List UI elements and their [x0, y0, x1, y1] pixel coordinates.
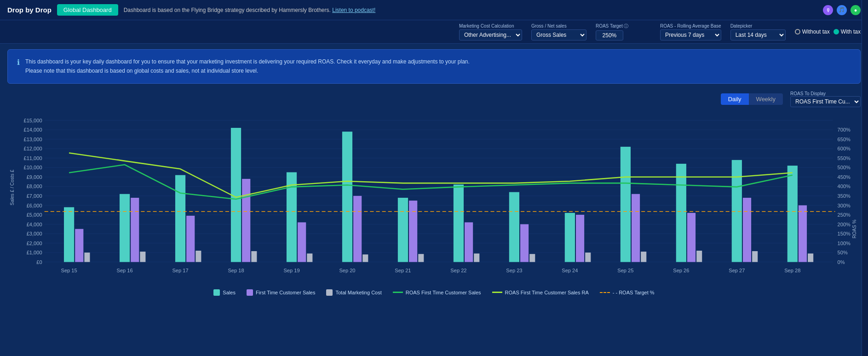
with-tax-option[interactable]: With tax: [834, 29, 861, 35]
svg-text:ROAS %: ROAS %: [852, 219, 857, 238]
daily-button[interactable]: Daily: [721, 93, 749, 105]
info-line1: This dashboard is your key daily dashboa…: [25, 57, 470, 66]
chart-svg: £0 £1,000 £2,000 £3,000 £4,000 £5,000 £6…: [7, 111, 861, 286]
svg-text:Sep 17: Sep 17: [172, 268, 188, 273]
svg-text:Sep 20: Sep 20: [339, 268, 355, 273]
bar-sales-13: [788, 166, 798, 262]
tax-toggle: Without tax With tax: [795, 29, 861, 35]
gross-net-label: Gross / Net sales: [531, 23, 586, 29]
podcast-icon-green[interactable]: ●: [851, 5, 861, 15]
marketing-cost-label: Marketing Cost Calculation: [459, 23, 522, 29]
svg-text:£1,000: £1,000: [27, 250, 42, 255]
svg-text:£5,000: £5,000: [27, 212, 42, 218]
bar-cost-9: [585, 253, 591, 262]
legend-sales: Sales: [213, 289, 236, 296]
podcast-icon-blue[interactable]: 🎵: [837, 5, 847, 15]
datepicker-select[interactable]: Last 14 days: [730, 29, 786, 40]
svg-text:£0: £0: [36, 259, 42, 264]
svg-text:Sep 23: Sep 23: [506, 268, 522, 273]
legend-roas-ra-label: ROAS First Time Customer Sales RA: [505, 290, 589, 295]
svg-text:0%: 0%: [838, 259, 845, 264]
bar-cost-8: [529, 254, 535, 262]
bar-sales-2: [175, 175, 185, 262]
svg-text:Sep 16: Sep 16: [116, 268, 132, 273]
legend-ftc-label: First Time Customer Sales: [256, 290, 316, 295]
svg-text:350%: 350%: [838, 193, 851, 199]
bar-cost-3: [251, 251, 257, 262]
svg-text:£6,000: £6,000: [27, 202, 42, 208]
info-line2: Please note that this dashboard is based…: [25, 66, 470, 75]
bar-cost-7: [474, 253, 479, 262]
bar-ftc-3: [242, 179, 250, 262]
legend-ftc-icon: [247, 289, 253, 296]
svg-text:£9,000: £9,000: [27, 174, 42, 180]
svg-text:600%: 600%: [838, 146, 851, 151]
bar-ftc-7: [465, 222, 473, 262]
svg-text:£3,000: £3,000: [27, 231, 42, 236]
without-tax-label: Without tax: [802, 29, 830, 35]
legend-roas-target-icon: [600, 292, 610, 293]
svg-text:Sep 24: Sep 24: [562, 268, 578, 273]
weekly-button[interactable]: Weekly: [749, 93, 783, 105]
global-dashboard-button[interactable]: Global Dashboard: [57, 4, 118, 16]
roas-rolling-label: ROAS - Rolling Average Base: [660, 23, 721, 29]
svg-text:500%: 500%: [838, 165, 851, 170]
legend-roas-ftc-label: ROAS First Time Customer Sales: [406, 290, 481, 295]
chart-controls: Daily Weekly ROAS To Display ROAS First …: [7, 91, 861, 107]
bar-sales-5: [342, 132, 352, 262]
legend-cost-icon: [326, 289, 333, 296]
bar-ftc-5: [353, 196, 362, 262]
datepicker-label: Datepicker: [730, 23, 786, 29]
svg-text:450%: 450%: [838, 174, 851, 180]
svg-text:650%: 650%: [838, 136, 851, 142]
podcast-icon-purple[interactable]: 🎙: [823, 5, 833, 15]
bar-ftc-13: [799, 205, 807, 262]
svg-text:Sep 15: Sep 15: [61, 268, 77, 273]
svg-text:£4,000: £4,000: [27, 221, 42, 227]
svg-text:700%: 700%: [838, 127, 851, 132]
svg-text:Sep 19: Sep 19: [283, 268, 299, 273]
bar-ftc-10: [632, 194, 640, 262]
legend-sales-label: Sales: [223, 290, 236, 295]
svg-text:£14,000: £14,000: [24, 127, 42, 132]
banner-text: Dashboard is based on the Flying Bridge …: [124, 7, 331, 13]
svg-text:50%: 50%: [838, 250, 848, 255]
bar-cost-2: [195, 251, 201, 262]
without-tax-option[interactable]: Without tax: [795, 29, 830, 35]
legend-cost-label: Total Marketing Cost: [335, 290, 381, 295]
svg-text:£13,000: £13,000: [24, 136, 42, 142]
gross-net-select[interactable]: Gross Sales: [531, 29, 586, 40]
daily-weekly-toggle: Daily Weekly: [721, 93, 783, 105]
roas-display-group: ROAS To Display ROAS First Time Cu...: [790, 91, 861, 107]
svg-text:£12,000: £12,000: [24, 146, 42, 151]
info-banner: ℹ This dashboard is your key daily dashb…: [7, 49, 861, 84]
svg-text:£15,000: £15,000: [24, 117, 42, 123]
bar-sales-6: [398, 198, 408, 262]
sidebar-stripe: [862, 0, 868, 356]
without-tax-radio[interactable]: [795, 29, 800, 34]
bar-cost-10: [641, 252, 646, 262]
bar-cost-4: [307, 253, 312, 262]
svg-text:£11,000: £11,000: [24, 155, 42, 161]
marketing-cost-select[interactable]: Other Advertising...: [459, 29, 522, 40]
roas-target-input[interactable]: [596, 30, 623, 40]
bar-ftc-9: [576, 215, 584, 262]
roas-target-label: ROAS Target ⓘ: [596, 23, 651, 29]
bar-cost-12: [752, 251, 758, 262]
with-tax-radio[interactable]: [834, 29, 839, 34]
roas-display-label: ROAS To Display: [790, 91, 861, 96]
podcast-link[interactable]: Listen to podcast!: [332, 7, 375, 13]
svg-text:Sep 22: Sep 22: [450, 268, 466, 273]
svg-text:Sep 25: Sep 25: [617, 268, 633, 273]
roas-display-select[interactable]: ROAS First Time Cu...: [790, 96, 861, 107]
svg-text:250%: 250%: [838, 212, 851, 218]
bar-sales-10: [621, 147, 631, 262]
info-text: This dashboard is your key daily dashboa…: [25, 57, 470, 76]
svg-text:Sep 27: Sep 27: [729, 268, 745, 273]
bar-cost-1: [140, 252, 145, 262]
roas-rolling-select[interactable]: Previous 7 days: [660, 29, 721, 40]
bar-ftc-0: [75, 229, 83, 262]
svg-text:Sep 26: Sep 26: [673, 268, 689, 273]
svg-text:£2,000: £2,000: [27, 240, 42, 246]
svg-text:150%: 150%: [838, 231, 851, 236]
